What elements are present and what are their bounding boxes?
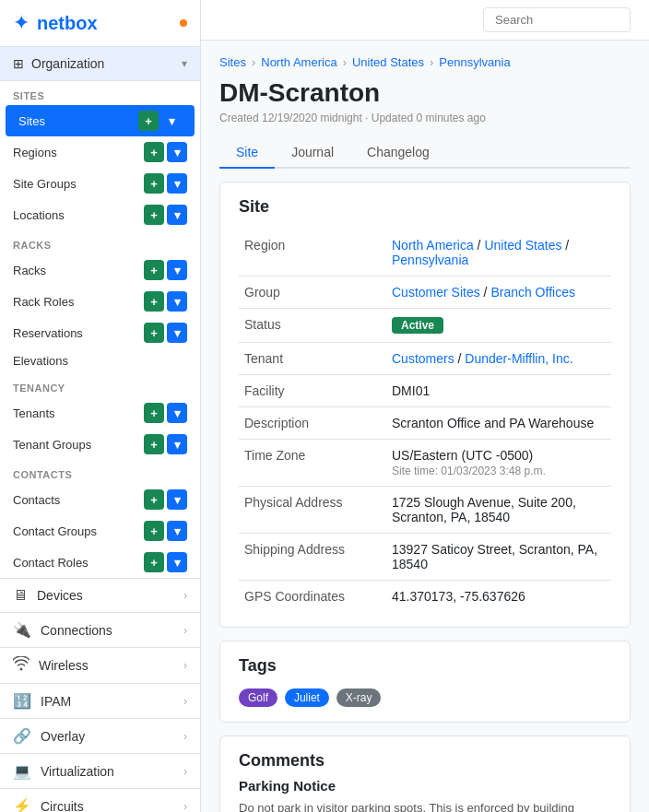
tenancy-category: TENANCY	[0, 373, 200, 397]
tag-golf[interactable]: Golf	[239, 688, 277, 707]
field-facility-value: DMI01	[386, 375, 611, 407]
sidebar-item-circuits-label: Circuits	[41, 799, 84, 813]
contact-roles-view-button[interactable]: ▾	[167, 552, 187, 572]
tag-juliet[interactable]: Juliet	[285, 688, 329, 707]
tenant-groups-add-button[interactable]: +	[144, 434, 164, 454]
sidebar-item-racks[interactable]: Racks + ▾	[0, 254, 200, 286]
sidebar-item-sites-label: Sites	[18, 114, 45, 128]
regions-view-button[interactable]: ▾	[167, 142, 187, 162]
tags-card: Tags Golf Juliet X-ray	[219, 641, 631, 723]
sidebar-item-reservations-label: Reservations	[13, 326, 83, 340]
site-card-title: Site	[239, 197, 611, 217]
breadcrumb-pennsylvania[interactable]: Pennsylvania	[439, 55, 510, 69]
contact-groups-view-button[interactable]: ▾	[167, 521, 187, 541]
contact-roles-add-button[interactable]: +	[144, 552, 164, 572]
site-groups-add-button[interactable]: +	[144, 173, 164, 194]
reservations-add-button[interactable]: +	[144, 323, 164, 343]
tags-card-title: Tags	[239, 656, 611, 676]
regions-actions: + ▾	[144, 142, 187, 162]
sidebar-item-wireless[interactable]: Wireless ›	[0, 647, 200, 683]
circuits-chevron: ›	[183, 800, 187, 813]
racks-add-button[interactable]: +	[144, 260, 164, 280]
contacts-view-button[interactable]: ▾	[167, 489, 187, 510]
logo-text: netbox	[37, 13, 98, 34]
sidebar-item-wireless-label: Wireless	[39, 658, 88, 673]
region-sep-2: /	[565, 238, 569, 253]
field-group-value: Customer Sites / Branch Offices	[386, 277, 611, 309]
field-region-value: North America / United States / Pennsylv…	[386, 229, 611, 277]
sidebar-item-elevations[interactable]: Elevations	[0, 348, 200, 373]
sites-add-button[interactable]: +	[138, 111, 159, 131]
search-input[interactable]	[483, 7, 631, 32]
region-pennsylvania-link[interactable]: Pennsylvania	[392, 253, 468, 267]
regions-add-button[interactable]: +	[144, 142, 164, 162]
region-united-states-link[interactable]: United States	[484, 238, 561, 253]
contact-groups-add-button[interactable]: +	[144, 521, 164, 541]
reservations-view-button[interactable]: ▾	[167, 323, 187, 343]
sidebar-item-overlay[interactable]: 🔗 Overlay ›	[0, 718, 200, 753]
content-area: Sites › North America › United States › …	[201, 41, 649, 812]
sidebar-item-contact-roles[interactable]: Contact Roles + ▾	[0, 547, 200, 578]
status-badge: Active	[392, 317, 443, 334]
tenant-groups-view-button[interactable]: ▾	[167, 434, 187, 454]
devices-chevron: ›	[183, 589, 187, 602]
field-facility-label: Facility	[239, 375, 386, 407]
tenant-dunder-mifflin-link[interactable]: Dunder-Mifflin, Inc.	[465, 351, 572, 366]
tenants-view-button[interactable]: ▾	[167, 403, 187, 423]
rack-roles-view-button[interactable]: ▾	[167, 291, 187, 312]
ipam-chevron: ›	[183, 695, 187, 708]
sidebar-item-tenants[interactable]: Tenants + ▾	[0, 397, 200, 429]
sidebar-item-connections[interactable]: 🔌 Connections ›	[0, 612, 200, 647]
sidebar-item-reservations[interactable]: Reservations + ▾	[0, 317, 200, 348]
locations-view-button[interactable]: ▾	[167, 205, 187, 225]
locations-add-button[interactable]: +	[144, 205, 164, 225]
rack-roles-add-button[interactable]: +	[144, 291, 164, 312]
field-physical-address-value: 1725 Slough Avenue, Suite 200, Scranton,…	[386, 487, 611, 534]
region-north-america-link[interactable]: North America	[392, 238, 474, 253]
site-groups-view-button[interactable]: ▾	[167, 173, 187, 194]
sidebar-item-racks-label: Racks	[13, 264, 46, 277]
field-tenant: Tenant Customers / Dunder-Mifflin, Inc.	[239, 343, 611, 375]
sidebar-item-connections-label: Connections	[41, 623, 112, 638]
racks-actions: + ▾	[144, 260, 187, 280]
breadcrumb-sites[interactable]: Sites	[219, 55, 246, 69]
sidebar-item-devices[interactable]: 🖥 Devices ›	[0, 578, 200, 612]
tenants-actions: + ▾	[144, 403, 187, 423]
organization-section[interactable]: ⊞ Organization ▾	[0, 47, 200, 81]
sidebar-item-tenant-groups[interactable]: Tenant Groups + ▾	[0, 429, 200, 460]
contacts-add-button[interactable]: +	[144, 489, 164, 510]
sidebar-item-overlay-label: Overlay	[41, 729, 85, 744]
tab-journal[interactable]: Journal	[275, 137, 350, 169]
wireless-icon	[13, 656, 30, 675]
group-customer-sites-link[interactable]: Customer Sites	[392, 285, 480, 300]
sidebar-item-site-groups[interactable]: Site Groups + ▾	[0, 168, 200, 199]
sidebar-item-rack-roles[interactable]: Rack Roles + ▾	[0, 286, 200, 317]
comments-sub-title: Parking Notice	[239, 778, 611, 794]
field-gps: GPS Coordinates 41.370173, -75.637626	[239, 581, 611, 613]
tab-site[interactable]: Site	[219, 137, 275, 169]
sidebar-item-contacts[interactable]: Contacts + ▾	[0, 484, 200, 515]
tenants-add-button[interactable]: +	[144, 403, 164, 423]
racks-view-button[interactable]: ▾	[167, 260, 187, 280]
organization-grid-icon: ⊞	[13, 56, 24, 71]
sidebar-item-sites[interactable]: Sites + ▾	[6, 105, 195, 136]
tab-changelog[interactable]: Changelog	[350, 137, 446, 169]
sidebar: ✦ netbox ⊞ Organization ▾ SITES Sites + …	[0, 0, 201, 812]
breadcrumb-united-states[interactable]: United States	[352, 55, 424, 69]
sidebar-item-rack-roles-label: Rack Roles	[13, 295, 74, 309]
sidebar-item-contact-groups[interactable]: Contact Groups + ▾	[0, 515, 200, 547]
sidebar-item-contact-roles-label: Contact Roles	[13, 556, 88, 570]
sidebar-item-locations[interactable]: Locations + ▾	[0, 199, 200, 230]
group-branch-offices-link[interactable]: Branch Offices	[490, 285, 575, 300]
sidebar-item-tenants-label: Tenants	[13, 406, 55, 420]
sites-view-button[interactable]: ▾	[161, 111, 182, 131]
sidebar-item-regions[interactable]: Regions + ▾	[0, 136, 200, 168]
breadcrumb-sep-1: ›	[252, 55, 255, 69]
tag-xray[interactable]: X-ray	[336, 688, 382, 707]
field-shipping-address-label: Shipping Address	[239, 534, 386, 581]
breadcrumb-north-america[interactable]: North America	[261, 55, 336, 69]
sidebar-item-circuits[interactable]: ⚡ Circuits ›	[0, 788, 200, 812]
sidebar-item-virtualization[interactable]: 💻 Virtualization ›	[0, 753, 200, 788]
sidebar-item-ipam[interactable]: 🔢 IPAM ›	[0, 683, 200, 718]
tenant-customers-link[interactable]: Customers	[392, 351, 454, 366]
